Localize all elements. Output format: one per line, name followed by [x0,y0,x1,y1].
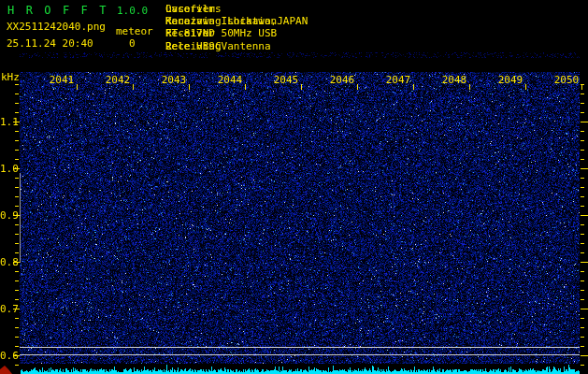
station-info-separator: : [165,3,175,15]
freq-minor-tick [15,290,19,291]
time-tick-label: 2045 [270,75,302,85]
time-tick-label: 2049 [495,75,526,85]
time-tick-mark [581,84,582,90]
freq-minor-tick [581,280,584,281]
station-info-separator: : [165,15,175,27]
freq-tick-label: 0.8 [0,257,13,267]
freq-minor-tick [15,299,19,300]
time-tick-mark [245,84,246,90]
freq-minor-tick [581,103,584,104]
freq-minor-tick [15,280,19,281]
freq-minor-tick [15,187,19,188]
freq-minor-tick [15,140,19,141]
freq-minor-tick [581,140,584,141]
freq-minor-tick [581,131,584,132]
freq-major-tick [581,262,588,263]
time-tick-mark [189,84,190,90]
freq-minor-tick [581,159,584,160]
freq-minor-tick [581,271,584,272]
freq-axis-unit-label: kHz [1,72,20,82]
echo-count: 0 [129,37,136,50]
freq-minor-tick [15,112,19,113]
freq-tick-label: 0.6 [0,351,13,361]
freq-minor-tick [15,196,19,197]
freq-minor-tick [581,318,584,319]
freq-minor-tick [15,224,19,225]
time-tick-label: 2043 [158,75,190,85]
station-info-block: Ovserver:LacofilmsReceiving Location:Kan… [165,3,308,52]
freq-minor-tick [15,243,19,244]
freq-minor-tick [581,252,584,253]
freq-minor-tick [15,252,19,253]
station-info-row: Receiving Location:Kanazawa Ishikawa,JAP… [165,15,308,27]
time-tick-mark [357,84,358,90]
freq-minor-tick [15,346,19,347]
freq-major-tick [13,122,20,122]
freq-major-tick [581,168,588,169]
freq-minor-tick [15,103,19,104]
freq-major-tick [13,262,20,263]
station-info-label: Receiving Location [165,15,272,27]
datetime-label: 25.11.24 20:40 [7,37,93,50]
freq-major-tick [13,355,20,356]
freq-major-tick [581,215,588,216]
freq-major-tick [13,215,20,216]
freq-minor-tick [15,94,19,94]
freq-tick-label: 1.0 [0,164,13,174]
freq-minor-tick [581,234,584,235]
freq-minor-tick [15,131,19,132]
freq-major-tick [13,168,20,169]
freq-minor-tick [581,150,584,151]
freq-major-tick [581,309,588,309]
freq-tick-label: 0.9 [0,210,13,221]
freq-major-tick [581,355,588,356]
freq-major-tick [581,122,588,122]
time-tick-mark [469,84,470,90]
freq-tick-label: 0.7 [0,304,13,314]
freq-minor-tick [15,159,19,160]
freq-minor-tick [15,234,19,235]
freq-minor-tick [15,365,19,366]
freq-major-tick [13,309,20,309]
time-tick-mark [301,84,302,90]
freq-minor-tick [15,318,19,319]
station-info-row: Ovserver:Lacofilms [165,3,308,15]
freq-minor-tick [581,112,584,113]
time-tick-mark [413,84,414,90]
observation-mode-label: meteor [116,25,153,37]
station-info-label: Receiver [165,27,272,39]
time-tick-label: 2041 [46,75,78,85]
freq-minor-tick [15,206,19,207]
freq-tick-label: 1.1 [0,117,13,127]
time-tick-label: 2044 [214,75,246,85]
hrofft-window: H R O F F T 1.0.0 XX2511242040.png meteo… [0,0,588,374]
station-info-separator: : [165,40,175,52]
freq-minor-tick [581,206,584,207]
freq-minor-tick [581,224,584,225]
freq-minor-tick [581,337,584,338]
time-tick-mark [133,84,134,90]
freq-marker-line [20,173,21,263]
freq-minor-tick [581,178,584,179]
app-title: H R O F F T [7,4,108,17]
time-tick-label: 2048 [438,75,470,85]
time-tick-label: 2050 [551,75,582,85]
freq-minor-tick [581,94,584,94]
freq-minor-tick [581,346,584,347]
freq-minor-tick [581,327,584,328]
app-version: 1.0.0 [117,5,148,17]
freq-minor-tick [15,327,19,328]
freq-minor-tick [581,365,584,366]
freq-minor-tick [15,150,19,151]
station-info-row: Receiving antenna:2ele HB9CV [165,40,308,52]
time-tick-mark [525,84,526,90]
time-tick-label: 2047 [382,75,414,85]
freq-minor-tick [15,271,19,272]
station-info-row: Receiver:FT-817ND 50MHz USB [165,27,308,39]
freq-minor-tick [581,243,584,244]
time-tick-mark [77,84,78,90]
station-info-label: Receiving antenna [165,40,272,52]
time-tick-label: 2046 [326,75,358,85]
station-info-separator: : [165,27,175,39]
freq-minor-tick [581,187,584,188]
